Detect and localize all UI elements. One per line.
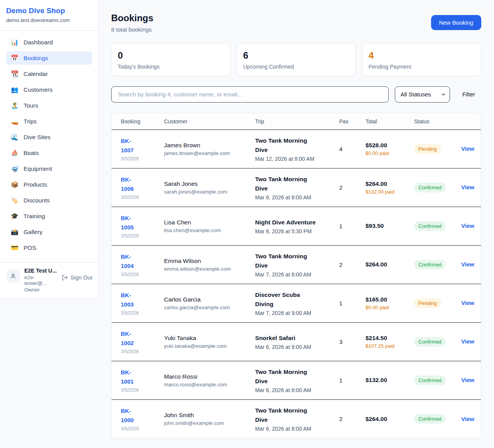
sidebar-item-label: Dive Sites [24, 134, 51, 141]
status-badge: Pending [414, 298, 441, 308]
stats-cards: 0 Today's Bookings 6 Upcoming Confirmed … [111, 43, 481, 76]
total-amount: $165.00 [365, 296, 414, 303]
view-link[interactable]: View [461, 145, 474, 152]
sidebar-item-tours[interactable]: 🏝️ Tours [6, 99, 92, 112]
view-link[interactable]: View [461, 222, 474, 229]
calendar-icon: 📅 [11, 54, 19, 62]
booking-id-link[interactable]: BK-1006 [121, 175, 143, 194]
booking-id-link[interactable]: BK-1003 [121, 291, 143, 309]
trip-name: Two Tank Morning Dive [255, 136, 318, 155]
booking-date: 3/5/2026 [121, 272, 164, 277]
booking-date: 3/5/2026 [121, 426, 164, 431]
sidebar-item-pos[interactable]: 💳 POS [6, 241, 92, 254]
status-filter-wrap: All Statuses [395, 86, 450, 103]
trip-name: Two Tank Morning Dive [255, 252, 318, 270]
sidebar-user-footer: E2E Test U... e2e-tester@... Owner Sign … [0, 262, 98, 298]
booking-date: 3/5/2026 [121, 195, 164, 200]
paid-amount: $0.00 paid [365, 305, 397, 310]
col-header-status: Status [414, 118, 461, 125]
booking-id-link[interactable]: BK-1004 [121, 252, 143, 271]
trip-datetime: Mar 7, 2026 at 9:00 AM [255, 310, 339, 316]
stat-value: 6 [243, 50, 349, 61]
customer-name: Emma Wilson [164, 258, 255, 264]
booking-id-link[interactable]: BK-1005 [121, 214, 143, 232]
total-amount: $132.00 [365, 377, 414, 384]
view-link[interactable]: View [461, 416, 474, 422]
pax-count: 4 [339, 146, 365, 152]
total-amount: $214.50 [365, 335, 414, 342]
new-booking-button[interactable]: New Booking [431, 15, 481, 30]
view-link[interactable]: View [461, 300, 474, 306]
status-badge: Confirmed [414, 260, 446, 269]
customer-name: Yuki Tanaka [164, 335, 255, 342]
pax-count: 1 [339, 300, 365, 307]
sidebar-item-boats[interactable]: ⛵ Boats [6, 146, 92, 160]
package-icon: 📦 [11, 181, 19, 188]
table-row: BK-1004 3/5/2026 Emma Wilson emma.wilson… [112, 246, 481, 284]
view-link[interactable]: View [461, 261, 474, 268]
sidebar-item-dive-sites[interactable]: 🌊 Dive Sites [6, 130, 92, 144]
sidebar-item-bookings[interactable]: 📅 Bookings [6, 51, 92, 65]
table-body: BK-1007 3/5/2026 James Brown james.brown… [112, 130, 481, 438]
sidebar-item-label: Trips [24, 118, 37, 125]
stat-card: 6 Upcoming Confirmed [237, 43, 356, 76]
page-title-block: Bookings 8 total bookings [111, 13, 153, 33]
people-icon: 👥 [11, 86, 19, 93]
view-link[interactable]: View [461, 377, 474, 383]
sidebar-item-gallery[interactable]: 📸 Gallery [6, 225, 92, 239]
user-info: E2E Test U... e2e-tester@... Owner [24, 268, 58, 293]
stat-value: 4 [369, 50, 475, 61]
filter-button[interactable]: Filter [456, 91, 481, 98]
booking-date: 3/5/2026 [121, 349, 164, 354]
trip-datetime: Mar 7, 2026 at 8:00 AM [255, 271, 339, 278]
sign-out-label: Sign Out [71, 275, 92, 281]
sidebar-item-equipment[interactable]: 🤿 Equipment [6, 162, 92, 175]
sidebar-item-trips[interactable]: 🚤 Trips [6, 115, 92, 128]
stat-label: Pending Payment [369, 64, 475, 70]
total-amount: $93.50 [365, 222, 414, 229]
customer-name: Sarah Jones [164, 180, 255, 187]
user-role: Owner [24, 287, 58, 293]
sidebar-item-label: Discounts [24, 197, 50, 204]
booking-id-link[interactable]: BK-1001 [121, 368, 143, 386]
customer-name: Carlos Garcia [164, 296, 255, 303]
sidebar-item-training[interactable]: 🎓 Training [6, 209, 92, 223]
pax-count: 1 [339, 223, 365, 229]
table-row: BK-1006 3/5/2026 Sarah Jones sarah.jones… [112, 168, 481, 207]
booking-id-link[interactable]: BK-1007 [121, 136, 143, 155]
graduation-cap-icon: 🎓 [11, 212, 19, 220]
trip-name: Snorkel Safari [255, 333, 318, 343]
sidebar-item-calendar[interactable]: 📆 Calendar [6, 67, 92, 81]
status-badge: Confirmed [414, 376, 446, 385]
col-header-pax: Pax [339, 118, 365, 125]
trip-datetime: Mar 6, 2026 at 8:00 AM [255, 426, 339, 432]
customer-name: Marco Rossi [164, 373, 255, 380]
sidebar-item-dashboard[interactable]: 📊 Dashboard [6, 35, 92, 49]
trip-datetime: Mar 6, 2026 at 9:00 AM [255, 344, 339, 350]
table-row: BK-1002 3/5/2026 Yuki Tanaka yuki.tanaka… [112, 323, 481, 361]
customer-email: yuki.tanaka@example.com [164, 343, 255, 349]
camera-icon: 📸 [11, 228, 19, 236]
col-header-total: Total [365, 118, 414, 125]
trip-name: Two Tank Morning Dive [255, 406, 318, 424]
sidebar-item-products[interactable]: 📦 Products [6, 178, 92, 191]
sign-out-button[interactable]: Sign Out [62, 275, 92, 281]
sidebar-item-discounts[interactable]: 🏷️ Discounts [6, 194, 92, 207]
view-link[interactable]: View [461, 184, 474, 190]
stat-card: 4 Pending Payment [362, 43, 481, 76]
user-email: e2e-tester@... [24, 275, 58, 286]
customer-name: Lisa Chen [164, 219, 255, 226]
table-row: BK-1001 3/5/2026 Marco Rossi marco.rossi… [112, 361, 481, 400]
shop-name: Demo Dive Shop [6, 7, 92, 15]
status-filter-select[interactable]: All Statuses [395, 86, 450, 103]
booking-id-link[interactable]: BK-1000 [121, 406, 143, 425]
sidebar-item-label: Products [24, 181, 47, 188]
booking-id-link[interactable]: BK-1002 [121, 329, 143, 348]
search-input[interactable] [111, 86, 389, 103]
sidebar-item-customers[interactable]: 👥 Customers [6, 83, 92, 96]
table-row: BK-1005 3/5/2026 Lisa Chen lisa.chen@exa… [112, 207, 481, 246]
trip-name: Two Tank Morning Dive [255, 367, 318, 386]
booking-date: 3/5/2026 [121, 387, 164, 393]
booking-date: 3/5/2026 [121, 233, 164, 239]
view-link[interactable]: View [461, 338, 474, 345]
